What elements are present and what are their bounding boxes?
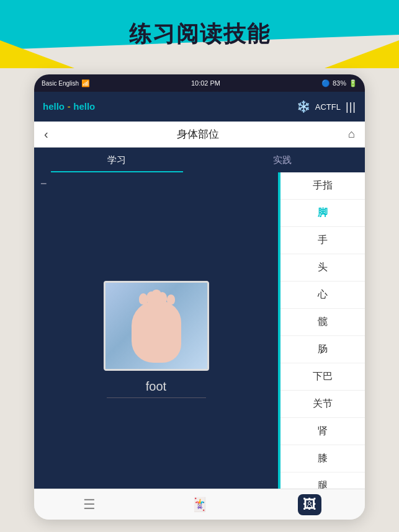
nav-bar: ‹ 身体部位 ⌂ bbox=[34, 122, 365, 148]
list-item-3[interactable]: 头 bbox=[280, 254, 365, 282]
main-content: − foot bbox=[34, 172, 365, 489]
logo: hello - hello bbox=[43, 101, 95, 112]
logo-text: hello bbox=[43, 101, 65, 112]
status-right: 🔵 83% 🔋 bbox=[321, 79, 357, 87]
nav-title: 身体部位 bbox=[177, 127, 219, 141]
tab-learn[interactable]: 学习 bbox=[34, 148, 200, 172]
battery-icon: 🔋 bbox=[349, 79, 357, 87]
word-list[interactable]: 手指 脚 手 头 心 髋 肠 bbox=[278, 172, 365, 489]
network-label: Basic English bbox=[42, 80, 79, 87]
status-time: 10:02 PM bbox=[191, 79, 220, 87]
bottom-nav-image[interactable]: 🖼 bbox=[255, 489, 364, 520]
list-item-5[interactable]: 髋 bbox=[280, 309, 365, 336]
list-item-7[interactable]: 下巴 bbox=[280, 363, 365, 391]
bottom-nav-cards[interactable]: 🃏 bbox=[145, 489, 254, 520]
tab-practice-label: 实践 bbox=[273, 154, 292, 166]
list-item-1[interactable]: 脚 bbox=[280, 200, 365, 227]
list-item-8[interactable]: 关节 bbox=[280, 391, 365, 418]
list-item-2[interactable]: 手 bbox=[280, 227, 365, 254]
list-item-4[interactable]: 心 bbox=[280, 282, 365, 309]
status-left: Basic English 📶 bbox=[42, 79, 90, 87]
list-item-11[interactable]: 腿 bbox=[280, 472, 365, 489]
battery-label: 83% bbox=[333, 79, 346, 87]
device-frame: Basic English 📶 10:02 PM 🔵 83% 🔋 hello -… bbox=[34, 74, 365, 520]
actfl-icon: ❄️ bbox=[297, 100, 310, 113]
banner-yellow-right bbox=[325, 40, 399, 68]
banner-title: 练习阅读技能 bbox=[129, 19, 271, 50]
tab-learn-label: 学习 bbox=[107, 154, 126, 166]
bottom-nav-list[interactable]: ☰ bbox=[35, 489, 144, 520]
app-header: hello - hello ❄️ ACTFL ||| bbox=[34, 92, 365, 122]
foot-shape bbox=[132, 301, 181, 363]
list-item-10[interactable]: 膝 bbox=[280, 445, 365, 472]
list-item-6[interactable]: 肠 bbox=[280, 336, 365, 363]
english-word: foot bbox=[146, 379, 166, 394]
actfl-label: ACTFL bbox=[315, 102, 341, 112]
bottom-nav: ☰ 🃏 🖼 bbox=[34, 489, 365, 520]
card-area: − foot bbox=[34, 172, 365, 489]
back-button[interactable]: ‹ bbox=[44, 127, 48, 141]
wifi-icon: 📶 bbox=[81, 79, 90, 87]
toe3 bbox=[139, 293, 148, 304]
cards-icon: 🃏 bbox=[191, 497, 208, 513]
list-icon: ☰ bbox=[83, 497, 96, 513]
word-image bbox=[104, 281, 209, 371]
bluetooth-icon: 🔵 bbox=[321, 79, 330, 87]
word-underline bbox=[107, 397, 206, 398]
tab-practice[interactable]: 实践 bbox=[200, 148, 365, 172]
list-item-9[interactable]: 肾 bbox=[280, 418, 365, 445]
top-banner: 练习阅读技能 bbox=[0, 0, 399, 68]
home-button[interactable]: ⌂ bbox=[348, 128, 355, 141]
list-item-0[interactable]: 手指 bbox=[280, 172, 365, 200]
toe5 bbox=[167, 295, 175, 304]
header-right: ❄️ ACTFL ||| bbox=[297, 100, 356, 113]
logo-text2: hello bbox=[73, 101, 95, 112]
image-section: foot bbox=[34, 172, 278, 489]
image-icon: 🖼 bbox=[303, 497, 316, 512]
minus-button[interactable]: − bbox=[40, 177, 47, 190]
foot-image-bg bbox=[105, 283, 207, 369]
image-nav-box: 🖼 bbox=[298, 494, 321, 515]
menu-icon[interactable]: ||| bbox=[346, 100, 356, 113]
status-bar: Basic English 📶 10:02 PM 🔵 83% 🔋 bbox=[34, 74, 365, 92]
tab-bar: 学习 实践 bbox=[34, 148, 365, 172]
toe2 bbox=[146, 291, 156, 304]
toe4 bbox=[158, 292, 167, 304]
